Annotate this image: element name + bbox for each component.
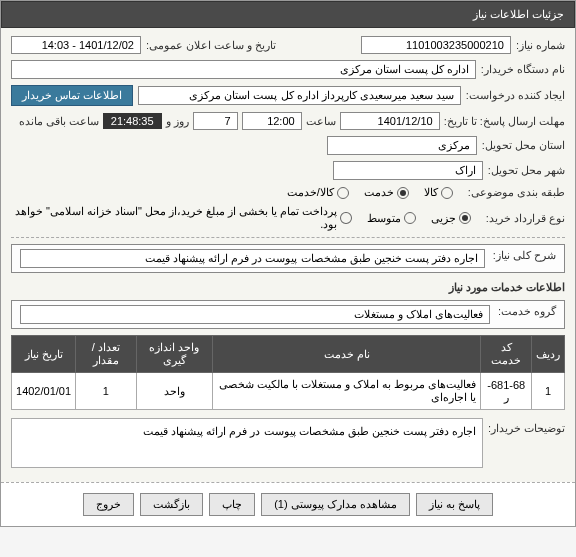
th-name: نام خدمت xyxy=(212,336,481,373)
radio-label-medium: متوسط xyxy=(367,212,401,225)
desc-label: شرح کلی نیاز: xyxy=(493,249,556,268)
province-value: مرکزی xyxy=(327,136,477,155)
radio-type-both[interactable]: کالا/خدمت xyxy=(287,186,349,199)
attachments-button[interactable]: مشاهده مدارک پیوستی (1) xyxy=(261,493,410,516)
desc-value: اجاره دفتر پست خنجین طبق مشخصات پیوست در… xyxy=(20,249,485,268)
radio-icon xyxy=(459,212,471,224)
panel-header: جزئیات اطلاعات نیاز xyxy=(1,1,575,28)
th-code: کد خدمت xyxy=(481,336,532,373)
radio-icon xyxy=(397,187,409,199)
radio-agree-note: پرداخت تمام یا بخشی از مبلغ خرید،از محل … xyxy=(11,205,352,231)
contact-info-button[interactable]: اطلاعات تماس خریدار xyxy=(11,85,133,106)
radio-agree-medium[interactable]: متوسط xyxy=(367,212,416,225)
cell-qty: 1 xyxy=(76,373,137,410)
back-button[interactable]: بازگشت xyxy=(140,493,203,516)
days-value: 7 xyxy=(193,112,238,130)
radio-label-goods: کالا xyxy=(424,186,438,199)
city-label: شهر محل تحویل: xyxy=(488,164,565,177)
city-value: اراک xyxy=(333,161,483,180)
radio-type-service[interactable]: خدمت xyxy=(364,186,409,199)
deadline-label: مهلت ارسال پاسخ: تا تاریخ: xyxy=(444,115,565,128)
radio-label-minor: جزیی xyxy=(431,212,456,225)
th-date: تاریخ نیاز xyxy=(12,336,76,373)
radio-agree-minor[interactable]: جزیی xyxy=(431,212,471,225)
creator-value: سید سعید میرسعیدی کارپرداز اداره کل پست … xyxy=(138,86,461,105)
services-header: اطلاعات خدمات مورد نیاز xyxy=(11,281,565,294)
radio-label-service: خدمت xyxy=(364,186,394,199)
province-label: استان محل تحویل: xyxy=(482,139,565,152)
type-label: طبقه بندی موضوعی: xyxy=(468,186,565,199)
radio-label-both: کالا/خدمت xyxy=(287,186,334,199)
agree-note-text: پرداخت تمام یا بخشی از مبلغ خرید،از محل … xyxy=(11,205,337,231)
group-value: فعالیت‌های املاک و مستغلات xyxy=(20,305,490,324)
header-title: جزئیات اطلاعات نیاز xyxy=(473,8,564,20)
ann-date-value: 1401/12/02 - 14:03 xyxy=(11,36,141,54)
cell-row: 1 xyxy=(532,373,565,410)
radio-type-goods[interactable]: کالا xyxy=(424,186,453,199)
buyer-label: نام دستگاه خریدار: xyxy=(481,63,565,76)
table-row: 1 681-68-ر فعالیت‌های مربوط به املاک و م… xyxy=(12,373,565,410)
radio-icon xyxy=(340,212,352,224)
print-button[interactable]: چاپ xyxy=(209,493,255,516)
group-label: گروه خدمت: xyxy=(498,305,556,324)
th-unit: واحد اندازه گیری xyxy=(136,336,212,373)
creator-label: ایجاد کننده درخواست: xyxy=(466,89,565,102)
cell-code: 681-68-ر xyxy=(481,373,532,410)
services-table: ردیف کد خدمت نام خدمت واحد اندازه گیری ت… xyxy=(11,335,565,410)
radio-icon xyxy=(404,212,416,224)
ann-date-label: تاریخ و ساعت اعلان عمومی: xyxy=(146,39,276,52)
reply-button[interactable]: پاسخ به نیاز xyxy=(416,493,493,516)
req-no-value: 1101003235000210 xyxy=(361,36,511,54)
buyer-notes-label: توضیحات خریدار: xyxy=(488,418,565,435)
cell-date: 1402/01/01 xyxy=(12,373,76,410)
th-qty: تعداد / مقدار xyxy=(76,336,137,373)
radio-icon xyxy=(441,187,453,199)
remain-label: ساعت باقی مانده xyxy=(19,115,99,128)
deadline-date: 1401/12/10 xyxy=(340,112,440,130)
exit-button[interactable]: خروج xyxy=(83,493,134,516)
buyer-notes-value: اجاره دفتر پست خنجین طبق مشخصات پیوست در… xyxy=(11,418,483,468)
cell-unit: واحد xyxy=(136,373,212,410)
th-row: ردیف xyxy=(532,336,565,373)
buyer-value: اداره کل پست استان مرکزی xyxy=(11,60,476,79)
days-label: روز و xyxy=(166,115,189,128)
deadline-time: 12:00 xyxy=(242,112,302,130)
divider xyxy=(11,237,565,238)
radio-icon xyxy=(337,187,349,199)
agreement-label: نوع قرارداد خرید: xyxy=(486,212,565,225)
req-no-label: شماره نیاز: xyxy=(516,39,565,52)
remain-time: 21:48:35 xyxy=(103,113,162,129)
time-label-1: ساعت xyxy=(306,115,336,128)
cell-name: فعالیت‌های مربوط به املاک و مستغلات با م… xyxy=(212,373,481,410)
action-bar: پاسخ به نیاز مشاهده مدارک پیوستی (1) چاپ… xyxy=(1,482,575,526)
